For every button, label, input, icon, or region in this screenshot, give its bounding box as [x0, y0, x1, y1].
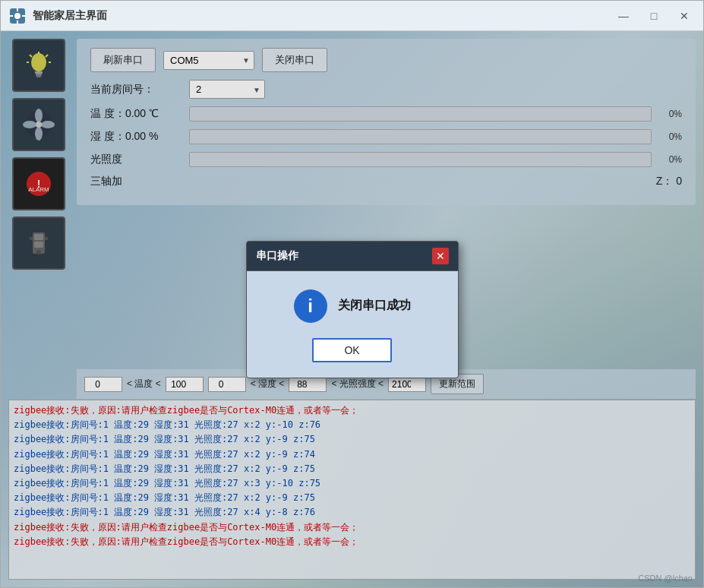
modal-title-bar: 串口操作 ✕ [247, 242, 458, 271]
window-title: 智能家居主界面 [33, 9, 107, 23]
modal-content-row: i 关闭串口成功 [294, 289, 411, 323]
modal-body: i 关闭串口成功 OK [247, 271, 458, 378]
title-left: 智能家居主界面 [8, 7, 107, 25]
info-icon: i [294, 289, 327, 323]
close-button[interactable]: ✕ [673, 8, 696, 24]
svg-rect-4 [10, 15, 13, 17]
minimize-button[interactable]: — [612, 8, 635, 24]
modal-overlay: 串口操作 ✕ i 关闭串口成功 OK [1, 31, 703, 587]
app-icon [8, 7, 27, 25]
modal-dialog: 串口操作 ✕ i 关闭串口成功 OK [246, 241, 459, 378]
maximize-button[interactable]: □ [642, 8, 665, 24]
modal-title: 串口操作 [256, 249, 298, 263]
main-window: 智能家居主界面 — □ ✕ [0, 0, 704, 588]
svg-rect-3 [17, 21, 18, 24]
svg-rect-2 [17, 8, 18, 11]
modal-message: 关闭串口成功 [338, 298, 411, 314]
title-bar: 智能家居主界面 — □ ✕ [1, 1, 703, 31]
svg-point-1 [14, 13, 21, 19]
svg-rect-5 [22, 15, 25, 17]
modal-close-button[interactable]: ✕ [432, 248, 449, 264]
ok-button[interactable]: OK [312, 338, 391, 362]
window-controls: — □ ✕ [612, 8, 696, 24]
main-content: ! ALARM 刷新串口 [1, 31, 703, 587]
